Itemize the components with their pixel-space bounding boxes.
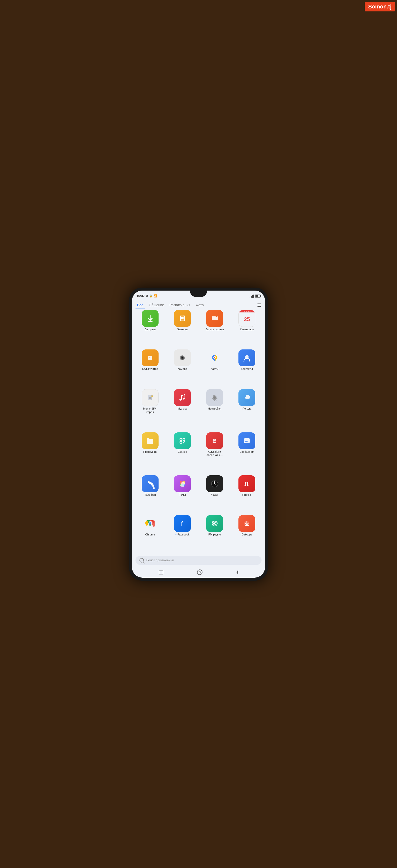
nav-recent-button[interactable] <box>159 570 163 575</box>
signal-icon: 📶 <box>154 294 157 298</box>
app-camera[interactable]: Камера <box>167 349 198 387</box>
app-yandex[interactable]: Я Яндекс <box>231 475 263 513</box>
app-notes[interactable]: Заметки <box>167 310 198 348</box>
app-icon-fmradio <box>206 515 223 532</box>
notch-cutout <box>190 290 207 297</box>
app-icon-contacts <box>238 349 255 366</box>
app-label-miui: Службы и обратная с... <box>205 450 224 457</box>
somon-badge: Somon.tj <box>365 2 395 11</box>
app-miui[interactable]: MIUI ? Службы и обратная с... <box>199 432 230 473</box>
app-icon-camera <box>174 349 191 366</box>
app-label-music: Музыка <box>178 407 187 410</box>
app-files[interactable]: Проводник <box>134 432 166 473</box>
app-getapps[interactable]: GetApps <box>231 515 263 553</box>
app-icon-messages <box>238 432 255 449</box>
app-icon-calc: ═ <box>142 349 159 366</box>
app-icon-chrome <box>142 515 159 532</box>
app-calendar[interactable]: ОКТЯБРЬ 25 Календарь <box>231 310 263 348</box>
tab-foto[interactable]: Фото <box>194 302 205 308</box>
search-placeholder: Поиск приложений <box>146 558 174 562</box>
svg-rect-17 <box>183 438 185 440</box>
search-bar-container: Поиск приложений <box>132 554 265 567</box>
svg-rect-1 <box>212 316 216 320</box>
app-icon-settings <box>206 389 223 406</box>
app-label-themes: Темы <box>179 493 186 496</box>
svg-point-7 <box>182 358 183 359</box>
app-label-phone: Телефон <box>144 493 156 496</box>
phone-screen: 15:37 ⚙ 🔒 📶 <box>132 290 265 578</box>
nav-home-button[interactable] <box>197 569 202 575</box>
time-display: 15:37 <box>136 294 145 298</box>
app-weather[interactable]: Погода <box>231 389 263 430</box>
nav-home-inner <box>199 571 201 573</box>
app-contacts[interactable]: Контакты <box>231 349 263 387</box>
app-icon-clock <box>206 475 223 492</box>
app-label-sim: Меню SIM-карты <box>141 407 160 413</box>
app-zagr[interactable]: Загрузки <box>134 310 166 348</box>
app-label-files: Проводник <box>143 450 157 454</box>
app-icon-notes <box>174 310 191 327</box>
app-chrome[interactable]: Chrome <box>134 515 166 553</box>
tab-obshenie[interactable]: Общение <box>147 302 165 308</box>
signal-bar-3 <box>252 295 253 298</box>
cal-header: ОКТЯБРЬ <box>239 310 255 312</box>
app-messages[interactable]: Сообщения <box>231 432 263 473</box>
nav-home-icon <box>197 569 202 575</box>
app-label-contacts: Контакты <box>241 367 253 371</box>
app-label-maps: Карты <box>211 367 218 371</box>
svg-text:MIUI: MIUI <box>213 440 218 442</box>
app-scanner[interactable]: Сканер <box>167 432 198 473</box>
app-icon-themes <box>174 475 191 492</box>
app-themes[interactable]: Темы <box>167 475 198 513</box>
svg-rect-16 <box>180 438 182 440</box>
app-fmradio[interactable]: FM-радио <box>199 515 230 553</box>
app-label-calc: Калькулятор <box>142 367 158 371</box>
app-label-record: Запись экрана <box>205 328 224 331</box>
app-label-notes: Заметки <box>177 328 188 331</box>
tab-razvlechenia[interactable]: Развлечения <box>168 302 192 308</box>
svg-text:═: ═ <box>148 356 151 359</box>
apps-grid: Загрузки Заметки <box>132 308 265 554</box>
app-label-camera: Камера <box>178 367 187 371</box>
battery-fill <box>256 295 258 297</box>
app-calc[interactable]: ═ Калькулятор <box>134 349 166 387</box>
tab-vse[interactable]: Все <box>135 302 145 308</box>
svg-point-10 <box>214 356 216 358</box>
app-maps[interactable]: Карты <box>199 349 230 387</box>
nav-back-button[interactable] <box>236 570 238 575</box>
app-icon-calendar: ОКТЯБРЬ 25 <box>238 310 255 327</box>
nav-recent-icon <box>159 570 163 575</box>
svg-rect-18 <box>180 441 182 443</box>
app-music[interactable]: Музыка <box>167 389 198 430</box>
app-icon-maps <box>206 349 223 366</box>
app-icon-scanner <box>174 432 191 449</box>
app-sim[interactable]: Меню SIM-карты <box>134 389 166 430</box>
app-label-getapps: GetApps <box>242 533 252 536</box>
page-wrapper: Somon.tj 15:37 ⚙ 🔒 📶 <box>0 0 397 868</box>
app-record[interactable]: Запись экрана <box>199 310 230 348</box>
app-icon-zagr <box>142 310 159 327</box>
app-settings[interactable]: Настройки <box>199 389 230 430</box>
nav-back-icon <box>236 570 238 575</box>
app-label-calendar: Календарь <box>240 328 254 331</box>
svg-text:?: ? <box>214 439 215 440</box>
app-label-weather: Погода <box>242 407 251 410</box>
app-icon-getapps <box>238 515 255 532</box>
app-facebook[interactable]: f ● Facebook <box>167 515 198 553</box>
app-icon-yandex: Я <box>238 475 255 492</box>
app-label-fmradio: FM-радио <box>208 533 221 536</box>
signal-bar-2 <box>251 296 252 298</box>
app-label-yandex: Яндекс <box>242 493 252 496</box>
battery-icon <box>255 294 261 298</box>
app-icon-music <box>174 389 191 406</box>
app-phone[interactable]: Телефон <box>134 475 166 513</box>
app-clock[interactable]: Часы <box>199 475 230 513</box>
svg-point-37 <box>214 523 216 524</box>
app-label-chrome: Chrome <box>145 533 155 536</box>
status-right <box>250 294 261 298</box>
menu-icon[interactable]: ☰ <box>257 303 262 307</box>
svg-point-8 <box>183 356 184 358</box>
app-icon-files <box>142 432 159 449</box>
search-bar[interactable]: Поиск приложений <box>135 556 262 565</box>
app-label-scanner: Сканер <box>178 450 187 454</box>
